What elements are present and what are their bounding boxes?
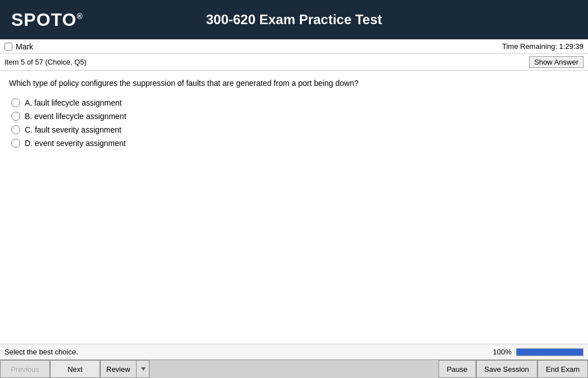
- answer-option-b[interactable]: B. event lifecycle assignment: [11, 112, 579, 121]
- answer-option-c[interactable]: C. fault severity assignment: [11, 125, 579, 134]
- progress-label: 100%: [493, 348, 512, 356]
- answer-text-d: D. event severity assignment: [25, 139, 126, 148]
- footer: Previous Next Review Pause Save Session …: [0, 359, 588, 378]
- answer-text-c: C. fault severity assignment: [25, 125, 121, 134]
- footer-left: Previous Next Review: [0, 360, 150, 378]
- time-remaining: Time Remaining: 1:29:39: [502, 42, 584, 51]
- answer-option-d[interactable]: D. event severity assignment: [11, 139, 579, 148]
- status-bar: Select the best choice. 100%: [0, 344, 588, 359]
- save-session-button[interactable]: Save Session: [476, 360, 538, 378]
- mark-bar: Mark Time Remaining: 1:29:39: [0, 39, 588, 54]
- question-text: Which type of policy configures the supp…: [9, 78, 579, 89]
- answer-radio-d[interactable]: [11, 139, 20, 148]
- main-content: Which type of policy configures the supp…: [0, 71, 588, 344]
- answer-radio-b[interactable]: [11, 112, 20, 121]
- progress-bar-container: [516, 348, 584, 356]
- answer-options: A. fault lifecycle assignmentB. event li…: [9, 98, 579, 148]
- progress-area: 100%: [493, 348, 584, 356]
- mark-label: Mark: [16, 42, 33, 51]
- mark-left: Mark: [4, 42, 33, 51]
- status-instruction: Select the best choice.: [4, 348, 78, 356]
- answer-option-a[interactable]: A. fault lifecycle assignment: [11, 98, 579, 107]
- end-exam-button[interactable]: End Exam: [537, 360, 588, 378]
- answer-text-a: A. fault lifecycle assignment: [25, 98, 122, 107]
- header: SPOTO® 300-620 Exam Practice Test: [0, 0, 588, 39]
- item-bar: Item 5 of 57 (Choice, Q5) Show Answer: [0, 54, 588, 71]
- answer-radio-a[interactable]: [11, 98, 20, 107]
- next-button[interactable]: Next: [50, 360, 100, 378]
- pause-button[interactable]: Pause: [438, 360, 476, 378]
- chevron-down-icon: [141, 367, 146, 371]
- answer-radio-c[interactable]: [11, 125, 20, 134]
- review-dropdown-button[interactable]: [137, 360, 150, 378]
- review-btn-group: Review: [100, 360, 150, 378]
- mark-checkbox[interactable]: [4, 43, 12, 51]
- item-info: Item 5 of 57 (Choice, Q5): [4, 58, 87, 66]
- footer-right: Pause Save Session End Exam: [438, 360, 588, 378]
- answer-text-b: B. event lifecycle assignment: [25, 112, 126, 121]
- exam-title: 300-620 Exam Practice Test: [206, 12, 382, 28]
- logo: SPOTO®: [11, 10, 83, 30]
- show-answer-button[interactable]: Show Answer: [529, 56, 584, 68]
- review-button[interactable]: Review: [100, 360, 137, 378]
- progress-bar-fill: [517, 349, 583, 356]
- previous-button[interactable]: Previous: [0, 360, 50, 378]
